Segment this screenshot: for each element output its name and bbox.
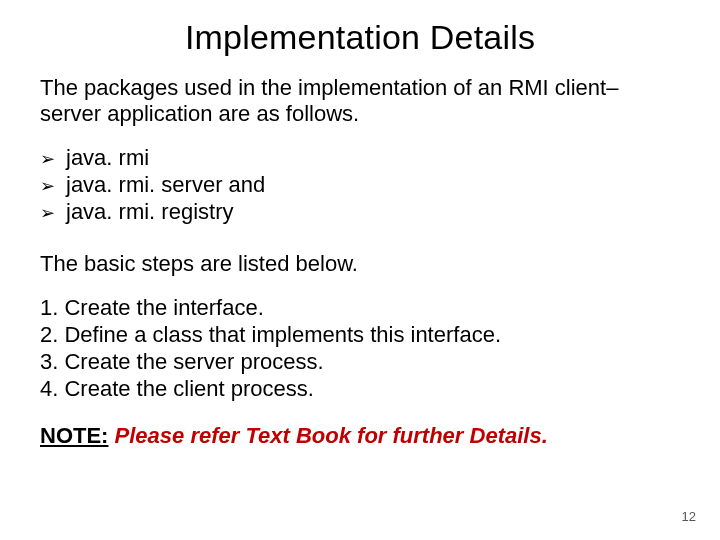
slide-title: Implementation Details [40, 18, 680, 57]
list-item: ➢ java. rmi. registry [40, 199, 680, 226]
list-item: 4. Create the client process. [40, 376, 680, 403]
steps-intro: The basic steps are listed below. [40, 251, 680, 277]
note-text: Please refer Text Book for further Detai… [108, 423, 547, 448]
intro-paragraph: The packages used in the implementation … [40, 75, 680, 127]
page-number: 12 [682, 509, 696, 524]
list-item: 2. Define a class that implements this i… [40, 322, 680, 349]
list-item: ➢ java. rmi. server and [40, 172, 680, 199]
list-item-label: java. rmi. registry [66, 199, 233, 226]
slide: Implementation Details The packages used… [0, 0, 720, 540]
arrow-icon: ➢ [40, 203, 66, 225]
package-list: ➢ java. rmi ➢ java. rmi. server and ➢ ja… [40, 145, 680, 225]
arrow-icon: ➢ [40, 176, 66, 198]
steps-list: 1. Create the interface. 2. Define a cla… [40, 295, 680, 402]
list-item-label: java. rmi. server and [66, 172, 265, 199]
arrow-icon: ➢ [40, 149, 66, 171]
list-item-label: java. rmi [66, 145, 149, 172]
list-item: 1. Create the interface. [40, 295, 680, 322]
list-item: 3. Create the server process. [40, 349, 680, 376]
note-label: NOTE: [40, 423, 108, 448]
list-item: ➢ java. rmi [40, 145, 680, 172]
note-line: NOTE: Please refer Text Book for further… [40, 423, 680, 449]
